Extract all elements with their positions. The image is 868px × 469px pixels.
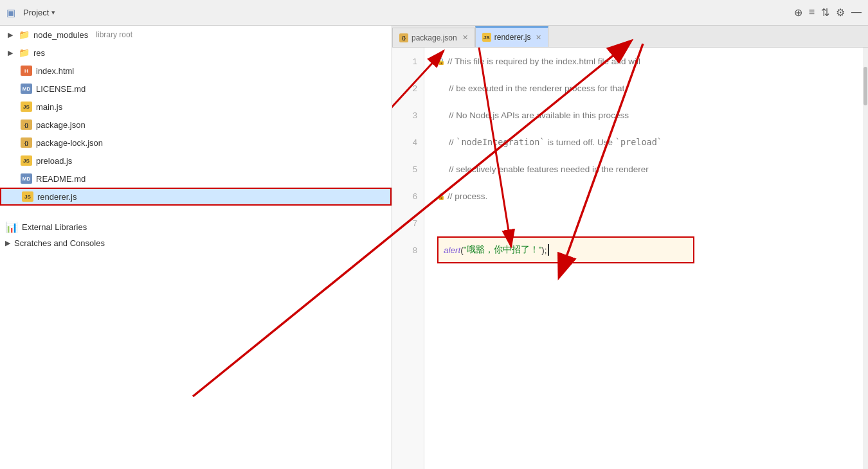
sidebar-item-label: package.json xyxy=(36,120,86,130)
folder-icon: 📁 xyxy=(18,48,30,58)
scrollbar-thumb[interactable] xyxy=(863,67,867,105)
code-text: // selectively enable features needed in… xyxy=(437,164,649,174)
expand-arrow-icon: ▶ xyxy=(8,31,13,39)
md-file-icon: MD xyxy=(21,173,32,184)
tab-package-json[interactable]: {} package.json ✕ xyxy=(392,28,475,47)
js-file-icon: JS xyxy=(21,102,32,112)
code-line-5: // selectively enable features needed in… xyxy=(437,155,863,182)
tab-close-icon[interactable]: ✕ xyxy=(536,33,541,42)
code-text: // No Node.js APIs are available in this… xyxy=(437,111,629,120)
lock-icon: 🔒 xyxy=(437,193,445,200)
vertical-scrollbar[interactable] xyxy=(863,48,868,469)
project-title: Project ▾ xyxy=(23,8,55,17)
add-icon[interactable]: ⊕ xyxy=(794,6,802,19)
top-bar: ▣ Project ▾ ⊕ ≡ ⇅ ⚙ — xyxy=(0,0,868,26)
sidebar-item-preload-js[interactable]: JS preload.js xyxy=(0,152,392,170)
dropdown-arrow-icon[interactable]: ▾ xyxy=(51,8,55,17)
html-file-icon: H xyxy=(21,66,32,76)
toolbar-icons: ⊕ ≡ ⇅ ⚙ — xyxy=(794,6,862,19)
minimize-icon[interactable]: — xyxy=(851,6,862,19)
line-number: 7 xyxy=(392,209,417,236)
line-number: 1 xyxy=(392,48,417,75)
code-line-2: // be executed in the renderer process f… xyxy=(437,75,863,102)
code-line-6: 🔒 // process. xyxy=(437,182,863,209)
external-libraries-label: External Libraries xyxy=(22,222,87,232)
editor-area: {} package.json ✕ JS renderer.js ✕ 1 2 3… xyxy=(392,26,868,469)
line-number: 3 xyxy=(392,102,417,128)
code-text: // This file is required by the index.ht… xyxy=(448,57,640,66)
folder-icon: 📁 xyxy=(18,30,30,40)
code-text: // be executed in the renderer process f… xyxy=(437,84,624,93)
project-label: Project xyxy=(23,8,49,17)
collapse-all-icon[interactable]: ≡ xyxy=(809,6,815,19)
code-string: "哦豁，你中招了！" xyxy=(464,244,542,256)
json-file-icon: {} xyxy=(21,137,32,148)
line-numbers: 1 2 3 4 5 6 7 8 xyxy=(392,48,424,469)
code-line-1: 🔒 // This file is required by the index.… xyxy=(437,48,863,75)
code-text: // process. xyxy=(448,191,487,201)
cursor xyxy=(548,244,549,256)
sidebar-item-label: main.js xyxy=(36,102,62,112)
folder-icon: ▣ xyxy=(6,7,15,19)
sidebar-item-label: renderer.js xyxy=(37,192,77,202)
tab-label: package.json xyxy=(411,33,457,42)
external-libraries-item[interactable]: 📊 External Libraries xyxy=(0,218,392,236)
sidebar-item-label: res xyxy=(33,48,45,58)
sidebar-item-node-modules[interactable]: ▶ 📁 node_modules library root xyxy=(0,26,392,44)
js-file-icon: JS xyxy=(22,191,33,202)
lock-icon: 🔒 xyxy=(437,58,445,65)
tab-label: renderer.js xyxy=(494,33,531,42)
code-text xyxy=(437,218,440,228)
md-file-icon: MD xyxy=(21,84,32,94)
code-keyword: alert xyxy=(444,245,460,255)
code-content[interactable]: 🔒 // This file is required by the index.… xyxy=(424,48,863,469)
line-number: 6 xyxy=(392,182,417,209)
library-root-badge: library root xyxy=(96,30,132,39)
code-line-7 xyxy=(437,209,863,236)
sidebar-item-label: package-lock.json xyxy=(36,138,103,148)
sidebar-item-license-md[interactable]: MD LICENSE.md xyxy=(0,80,392,98)
line-number: 4 xyxy=(392,128,417,155)
main-layout: ▶ 📁 node_modules library root ▶ 📁 res H … xyxy=(0,26,868,469)
json-file-icon: {} xyxy=(21,119,32,130)
chart-icon: 📊 xyxy=(5,221,18,233)
editor-tabs: {} package.json ✕ JS renderer.js ✕ xyxy=(392,26,868,48)
sidebar-item-package-json[interactable]: {} package.json xyxy=(0,116,392,134)
js-tab-icon: JS xyxy=(482,33,491,42)
sidebar-item-res[interactable]: ▶ 📁 res xyxy=(0,44,392,62)
code-line-4: // `nodeIntegration` is turned off. Use … xyxy=(437,128,863,155)
sidebar-item-readme-md[interactable]: MD README.md xyxy=(0,170,392,188)
scratches-label: Scratches and Consoles xyxy=(14,238,105,248)
line-number: 2 xyxy=(392,75,417,102)
sidebar-item-renderer-js[interactable]: JS renderer.js xyxy=(0,188,392,206)
sidebar-item-label: LICENSE.md xyxy=(36,84,86,94)
scratches-and-consoles-item[interactable]: ▶ Scratches and Consoles xyxy=(0,236,392,251)
expand-arrow-icon: ▶ xyxy=(5,239,10,247)
sidebar-item-label: README.md xyxy=(36,174,86,184)
expand-icon[interactable]: ⇅ xyxy=(821,6,829,19)
sidebar-item-label: node_modules xyxy=(33,30,88,40)
code-text: // `nodeIntegration` is turned off. Use … xyxy=(437,137,662,147)
line-number: 8 xyxy=(392,236,417,263)
settings-icon[interactable]: ⚙ xyxy=(836,6,845,19)
code-line-8: alert ( "哦豁，你中招了！" ); xyxy=(437,236,694,263)
sidebar-item-label: preload.js xyxy=(36,156,72,166)
sidebar-item-index-html[interactable]: H index.html xyxy=(0,62,392,80)
sidebar-item-label: index.html xyxy=(36,66,74,76)
sidebar-item-package-lock-json[interactable]: {} package-lock.json xyxy=(0,134,392,152)
sidebar-item-main-js[interactable]: JS main.js xyxy=(0,98,392,116)
tab-renderer-js[interactable]: JS renderer.js ✕ xyxy=(475,26,549,47)
tab-close-icon[interactable]: ✕ xyxy=(462,33,468,42)
json-tab-icon: {} xyxy=(399,33,408,42)
sidebar: ▶ 📁 node_modules library root ▶ 📁 res H … xyxy=(0,26,392,469)
code-text: ); xyxy=(541,245,547,255)
line-number: 5 xyxy=(392,155,417,182)
expand-arrow-icon: ▶ xyxy=(8,49,13,57)
js-file-icon: JS xyxy=(21,155,32,166)
code-line-3: // No Node.js APIs are available in this… xyxy=(437,102,863,128)
